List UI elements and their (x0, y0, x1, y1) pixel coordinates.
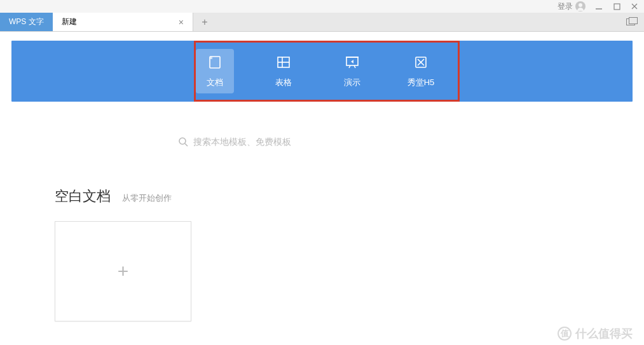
presentation-icon (344, 54, 360, 71)
new-blank-doc-button[interactable]: + (55, 221, 191, 321)
content: 文档 表格 演示 秀堂H5 (0, 32, 644, 321)
app-tab-label: WPS 文字 (9, 17, 44, 27)
doc-type-presentation[interactable]: 演示 (333, 49, 371, 93)
doc-type-h5[interactable]: 秀堂H5 (402, 49, 440, 93)
titlebar: 登录 (0, 0, 644, 13)
close-button[interactable] (630, 2, 639, 11)
h5-icon (413, 54, 429, 71)
login-label: 登录 (558, 1, 573, 12)
svg-point-15 (179, 138, 186, 144)
svg-rect-1 (614, 4, 620, 10)
section-header: 空白文档 从零开始创作 (55, 187, 633, 206)
doc-type-bar: 文档 表格 演示 秀堂H5 (11, 41, 633, 102)
watermark-badge: 值 (558, 327, 572, 341)
doc-type-list: 文档 表格 演示 秀堂H5 (196, 49, 440, 93)
tab-new[interactable]: 新建 × (53, 13, 193, 31)
tab-add-button[interactable]: + (193, 13, 216, 31)
section-subtitle: 从零开始创作 (122, 193, 172, 204)
search-input[interactable]: 搜索本地模板、免费模板 (178, 137, 291, 149)
tab-new-label: 新建 (62, 17, 77, 27)
doc-type-label: 表格 (264, 77, 303, 88)
doc-type-spreadsheet[interactable]: 表格 (264, 49, 303, 93)
tabbar: WPS 文字 新建 × + (0, 13, 644, 32)
avatar-icon (575, 1, 586, 11)
doc-type-label: 秀堂H5 (402, 77, 440, 88)
watermark: 值 什么值得买 (558, 326, 633, 341)
section-title: 空白文档 (55, 187, 111, 206)
doc-type-label: 演示 (333, 77, 371, 88)
plus-icon: + (118, 260, 129, 282)
document-icon (207, 54, 223, 71)
watermark-text: 什么值得买 (575, 326, 633, 341)
blank-doc-section: 空白文档 从零开始创作 + (11, 187, 633, 321)
doc-type-label: 文档 (196, 77, 234, 88)
login-button[interactable]: 登录 (558, 1, 586, 12)
search-placeholder: 搜索本地模板、免费模板 (193, 137, 291, 148)
tabbar-right (626, 13, 644, 31)
doc-type-document[interactable]: 文档 (196, 49, 234, 93)
spreadsheet-icon (275, 54, 292, 71)
app-tab[interactable]: WPS 文字 (0, 13, 53, 31)
window-mode-icon[interactable] (626, 18, 635, 25)
search-icon (178, 137, 188, 149)
svg-line-16 (185, 144, 188, 146)
minimize-button[interactable] (594, 2, 603, 11)
tab-close-icon[interactable]: × (179, 17, 184, 27)
search-area: 搜索本地模板、免费模板 (11, 117, 633, 168)
maximize-button[interactable] (612, 2, 621, 11)
